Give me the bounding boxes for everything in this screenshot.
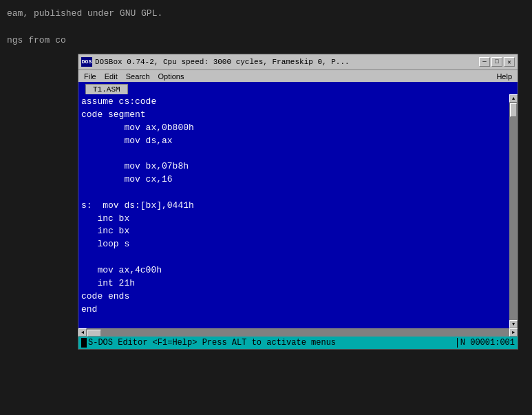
menu-help[interactable]: Help [492,72,516,81]
status-text: S-DOS Editor <F1=Help> Press ALT to acti… [88,338,454,348]
scrollbar-vertical: ▲ ▼ [509,94,518,328]
menu-bar: File Edit Search Options Help [78,70,518,82]
cursor-position: N 00001:001 [460,338,515,348]
menu-search[interactable]: Search [122,72,154,81]
title-bar: DOS DOSBox 0.74-2, Cpu speed: 3000 cycle… [78,54,518,70]
scroll-right-button[interactable]: ► [509,328,518,337]
minimize-button[interactable]: — [479,57,490,67]
dosbox-icon-text: DOS [82,59,92,65]
title-bar-controls: — □ ✕ [479,57,515,67]
code-editor[interactable]: assume cs:code code segment mov ax,0b800… [78,94,509,328]
title-bar-text: DOSBox 0.74-2, Cpu speed: 3000 cycles, F… [95,58,479,66]
tab-t1asm[interactable]: T1.ASM [85,84,128,94]
tab-bar: T1.ASM [78,82,518,94]
cursor-indicator [81,338,87,348]
scrollbar-horizontal: ◄ ► [78,328,518,337]
editor-area: assume cs:code code segment mov ax,0b800… [78,94,518,328]
dosbox-window: DOS DOSBox 0.74-2, Cpu speed: 3000 cycle… [78,54,518,350]
scrollbar-track[interactable] [509,103,518,320]
scroll-left-button[interactable]: ◄ [78,328,87,337]
background-terminal: eam, published under GNU GPL. ngs from c… [0,0,169,54]
scrollbar-h-track[interactable] [87,328,509,337]
status-divider [457,338,458,348]
scrollbar-thumb[interactable] [510,103,517,117]
close-button[interactable]: ✕ [504,57,515,67]
menu-edit[interactable]: Edit [100,72,122,81]
scroll-up-button[interactable]: ▲ [509,94,518,103]
maximize-button[interactable]: □ [491,57,502,67]
status-bar: S-DOS Editor <F1=Help> Press ALT to acti… [78,337,518,349]
dosbox-icon: DOS [81,57,92,67]
scrollbar-h-thumb[interactable] [87,330,101,337]
menu-options[interactable]: Options [154,72,189,81]
menu-file[interactable]: File [80,72,100,81]
scroll-down-button[interactable]: ▼ [509,320,518,328]
